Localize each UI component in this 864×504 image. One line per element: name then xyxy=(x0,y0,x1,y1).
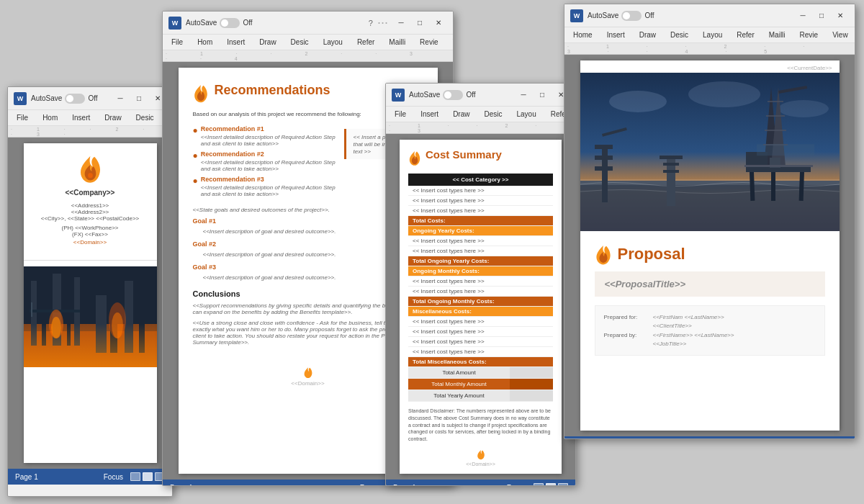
ribbon-revie-4[interactable]: Revie xyxy=(797,30,822,40)
flame-footer-icon-2 xyxy=(303,366,313,379)
autosave-toggle-3[interactable] xyxy=(443,90,463,100)
ribbon-home-1[interactable]: Hom xyxy=(40,112,60,123)
win-controls-4: ─ □ ✕ xyxy=(794,9,849,23)
maximize-btn-3[interactable]: □ xyxy=(534,88,551,102)
doc-area-3: Cost Summary << Cost Category >> << Inse… xyxy=(386,134,575,480)
ribbon-view-4[interactable]: View xyxy=(829,30,851,40)
autosave-group-4: AutoSave Off xyxy=(588,11,654,21)
ribbon-file-1[interactable]: File xyxy=(14,112,31,123)
word-icon-3: W xyxy=(392,89,405,102)
autosave-toggle-4[interactable] xyxy=(621,11,642,21)
disclaimer-3: Standard Disclaimer: The numbers represe… xyxy=(408,408,553,443)
prepared-section-4: Prepared for: <<FirstNam <<LastName>> <<… xyxy=(595,305,825,356)
cost-row-2: << Insert cost types here >> xyxy=(408,196,553,206)
view-icon-print-3[interactable] xyxy=(534,483,544,486)
cost-row-5: << Insert cost types here >> xyxy=(408,246,553,256)
autosave-group-3: AutoSave Off xyxy=(409,90,476,100)
svg-rect-16 xyxy=(139,292,145,353)
total-ongoing-monthly-row: Total Ongoing Monthly Costs: xyxy=(408,297,553,307)
win-controls-2: ─ □ ✕ xyxy=(392,16,447,30)
autosave-toggle-2[interactable] xyxy=(220,18,240,28)
minimize-btn-3[interactable]: ─ xyxy=(515,88,532,102)
doc-area-4: <<CurrentDate>> xyxy=(564,55,855,436)
close-btn-2[interactable]: ✕ xyxy=(430,16,447,30)
view-icon-web-3[interactable] xyxy=(546,483,556,486)
more-icon-2[interactable]: ··· xyxy=(377,15,388,30)
close-btn-4[interactable]: ✕ xyxy=(832,9,849,23)
autosave-toggle-1[interactable] xyxy=(65,94,85,104)
title-bar-2: W AutoSave Off ? ··· ─ □ ✕ xyxy=(163,12,453,35)
oil-rig-svg xyxy=(580,73,840,231)
ribbon-insert-4[interactable]: Insert xyxy=(604,30,628,40)
ribbon-draw-1[interactable]: Draw xyxy=(102,112,124,123)
ribbon-3: File Insert Draw Desic Layou Refer Maill… xyxy=(386,107,575,122)
ribbon-refer-2[interactable]: Refer xyxy=(354,37,377,48)
svg-point-0 xyxy=(88,173,93,178)
bullet-3: ● xyxy=(193,176,198,185)
ribbon-design-3[interactable]: Desic xyxy=(481,109,505,120)
ribbon-file-2[interactable]: File xyxy=(168,37,186,48)
ribbon-design-4[interactable]: Desic xyxy=(667,30,691,40)
svg-rect-40 xyxy=(595,145,613,149)
recommendation-1: ● Recommendation #1 <<Insert detailed de… xyxy=(193,125,338,148)
ribbon-file-3[interactable]: File xyxy=(392,109,409,120)
ribbon-revie-2[interactable]: Revie xyxy=(417,37,441,48)
ribbon-layout-3[interactable]: Layou xyxy=(514,109,539,120)
cost-row-4: << Insert cost types here >> xyxy=(408,236,553,246)
maximize-btn-1[interactable]: □ xyxy=(130,91,148,106)
ribbon-refer-4[interactable]: Refer xyxy=(734,30,757,40)
ruler-4: · 1 · · 2 · · 3 · · 4 · 5 xyxy=(564,43,855,55)
ribbon-view-2[interactable]: View xyxy=(450,37,454,48)
minimize-btn-1[interactable]: ─ xyxy=(112,91,129,106)
ribbon-layout-4[interactable]: Layou xyxy=(700,30,725,40)
ruler-1: · 1 · · 2 · · 3 · xyxy=(8,126,172,138)
doc-area-1: <<Company>> <<Address1>> <<Address2>> <<… xyxy=(8,138,172,469)
win-controls-1: ─ □ ✕ xyxy=(112,91,166,106)
maximize-btn-2[interactable]: □ xyxy=(411,16,428,30)
svg-point-22 xyxy=(778,100,829,117)
ruler-3: · 1 · · 2 · · 3 xyxy=(386,122,575,134)
ribbon-home-2[interactable]: Hom xyxy=(194,37,215,48)
title-bar-4: W AutoSave Off ─ □ ✕ xyxy=(564,4,855,27)
ribbon-draw-3[interactable]: Draw xyxy=(450,109,472,120)
view-icons-1 xyxy=(130,472,165,481)
view-icon-print-1[interactable] xyxy=(130,472,140,481)
prepared-for-row: Prepared for: <<FirstNam <<LastName>> xyxy=(604,314,816,320)
ribbon-insert-2[interactable]: Insert xyxy=(224,37,248,48)
proposal-label-4: Proposal xyxy=(618,245,685,264)
flame-footer-icon-3 xyxy=(477,449,485,460)
total-misc-row: Total Miscellaneous Costs: xyxy=(408,357,553,367)
ribbon-mailli-4[interactable]: Mailli xyxy=(766,30,788,40)
doc-page-4: <<CurrentDate>> xyxy=(580,60,840,431)
ribbon-home-4[interactable]: Home xyxy=(570,30,595,40)
view-icon-read-3[interactable] xyxy=(558,483,568,486)
ribbon-insert-3[interactable]: Insert xyxy=(418,109,441,120)
svg-rect-45 xyxy=(660,156,683,159)
proposal-title-section: Proposal <<ProposalTitle>> Prepared for:… xyxy=(580,231,840,363)
autosave-group-1: AutoSave Off xyxy=(31,94,98,104)
svg-rect-3 xyxy=(24,331,157,367)
bullet-1: ● xyxy=(193,126,198,135)
ribbon-mailli-2[interactable]: Mailli xyxy=(386,37,408,48)
maximize-btn-4[interactable]: □ xyxy=(813,9,830,23)
ribbon-design-1[interactable]: Desic xyxy=(133,112,157,123)
page-title-3: Cost Summary xyxy=(426,148,502,161)
ribbon-layout-2[interactable]: Layou xyxy=(320,37,346,48)
ribbon-draw-4[interactable]: Draw xyxy=(636,30,659,40)
window-1: W AutoSave Off ─ □ ✕ File Hom Insert Dra… xyxy=(7,86,173,497)
ribbon-design-2[interactable]: Desic xyxy=(288,37,312,48)
rig-scene-4 xyxy=(580,73,840,231)
svg-rect-47 xyxy=(663,170,679,173)
ribbon-insert-1[interactable]: Insert xyxy=(69,112,93,123)
svg-rect-2 xyxy=(24,324,157,367)
word-icon-4: W xyxy=(570,9,583,22)
ribbon-draw-2[interactable]: Draw xyxy=(256,37,279,48)
svg-rect-5 xyxy=(42,288,46,346)
help-icon-2[interactable]: ? xyxy=(369,19,373,27)
total-costs-row: Total Costs: xyxy=(408,216,553,226)
view-icon-web-1[interactable] xyxy=(143,472,153,481)
minimize-btn-2[interactable]: ─ xyxy=(392,16,410,30)
minimize-btn-4[interactable]: ─ xyxy=(794,9,811,23)
bullet-2: ● xyxy=(193,151,198,160)
logo-section: <<Company>> <<Address1>> <<Address2>> <<… xyxy=(24,143,157,254)
